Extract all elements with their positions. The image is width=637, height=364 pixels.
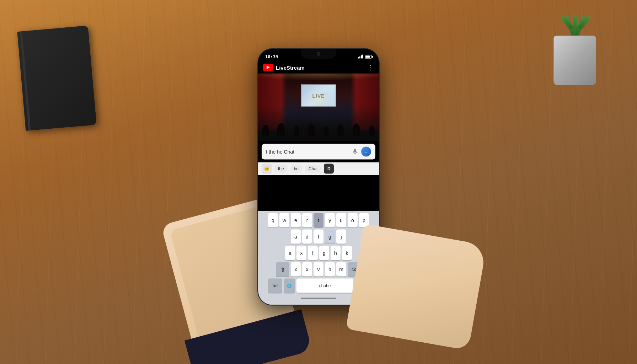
person-2 <box>277 123 285 136</box>
key-b[interactable]: b <box>325 262 335 277</box>
suggestion-the[interactable]: the <box>274 165 288 173</box>
phone-notch <box>301 49 336 59</box>
signal-icon <box>358 55 363 59</box>
youtube-logo-icon <box>263 64 273 71</box>
key-x2[interactable]: x <box>291 262 301 277</box>
key-y[interactable]: y <box>325 213 335 228</box>
key-h[interactable]: h <box>331 246 341 260</box>
key-a[interactable]: a <box>291 230 301 244</box>
key-x3[interactable]: x <box>302 262 312 277</box>
yt-play-icon <box>267 66 270 69</box>
key-u[interactable]: u <box>336 213 346 228</box>
video-container[interactable]: LIVE <box>258 74 379 141</box>
person-7 <box>353 124 360 136</box>
signal-bar-1 <box>358 57 359 59</box>
person-3 <box>294 126 299 136</box>
pot-body <box>553 36 596 85</box>
search-right-icons: → <box>352 147 371 157</box>
key-r[interactable]: r <box>302 213 312 228</box>
key-a2[interactable]: a <box>285 246 295 260</box>
submit-button[interactable]: → <box>361 147 371 157</box>
screen-glow <box>309 90 328 105</box>
status-icons <box>358 55 372 59</box>
battery-icon <box>365 55 372 58</box>
book-decoration <box>17 26 97 131</box>
phone-wrapper: 10:39 <box>258 49 379 305</box>
crowd-people <box>258 123 379 136</box>
key-m[interactable]: m <box>336 262 346 277</box>
key-e[interactable]: e <box>291 213 301 228</box>
person-5 <box>324 127 329 136</box>
home-indicator[interactable] <box>301 298 336 299</box>
key-123[interactable]: 1o1 <box>268 279 282 293</box>
suggestion-he[interactable]: he <box>290 165 302 173</box>
key-w[interactable]: w <box>279 213 289 228</box>
status-time: 10:39 <box>265 54 278 59</box>
key-emoji[interactable]: 🌐 <box>284 279 295 293</box>
person-4 <box>308 124 315 136</box>
shift-key[interactable]: ⇧ <box>276 262 289 277</box>
mic-icon[interactable] <box>352 149 358 155</box>
suggestion-chat[interactable]: Chat <box>305 165 321 173</box>
key-d[interactable]: d <box>302 230 312 244</box>
keyboard-row-1: q w e r t y u o p <box>259 213 378 228</box>
camera-dot <box>317 52 320 56</box>
emoji-button[interactable]: 😊 <box>262 164 272 174</box>
key-k[interactable]: k <box>342 246 352 260</box>
stage-screen: LIVE <box>301 84 336 107</box>
key-q[interactable]: q <box>268 213 278 228</box>
more-options-icon[interactable]: ⋮ <box>368 64 374 71</box>
youtube-header: LiveStream ⋮ <box>258 61 379 74</box>
person-8 <box>369 126 375 136</box>
yt-left: LiveStream <box>263 64 305 71</box>
key-t[interactable]: t <box>314 213 323 228</box>
person-6 <box>337 125 344 136</box>
key-o[interactable]: o <box>348 213 358 228</box>
key-g[interactable]: g <box>325 230 335 244</box>
space-key[interactable]: chabe <box>296 279 353 293</box>
keyboard-row-2: a d f g j <box>259 230 378 244</box>
key-v[interactable]: v <box>314 262 323 277</box>
key-g2[interactable]: g <box>319 246 329 260</box>
svg-rect-0 <box>354 149 356 152</box>
suggestions-row: 😊 the he Chat D <box>258 162 379 175</box>
battery-fill <box>365 55 370 58</box>
hand-right <box>346 224 487 350</box>
yt-title: LiveStream <box>276 64 305 70</box>
d-button[interactable]: D <box>324 164 334 174</box>
signal-bar-4 <box>362 55 363 59</box>
key-j[interactable]: j <box>336 230 346 244</box>
search-input-value[interactable]: I the he Chat <box>266 149 294 155</box>
video-background: LIVE <box>258 74 379 141</box>
search-bar[interactable]: I the he Chat → <box>262 144 375 160</box>
person-1 <box>262 125 269 136</box>
signal-bar-3 <box>361 55 362 59</box>
plant-decoration <box>548 14 601 85</box>
key-f[interactable]: f <box>314 230 323 244</box>
key-f2[interactable]: f <box>308 246 318 260</box>
signal-bar-2 <box>359 57 360 59</box>
key-x[interactable]: x <box>296 246 306 260</box>
shift-icon: ⇧ <box>280 266 285 273</box>
